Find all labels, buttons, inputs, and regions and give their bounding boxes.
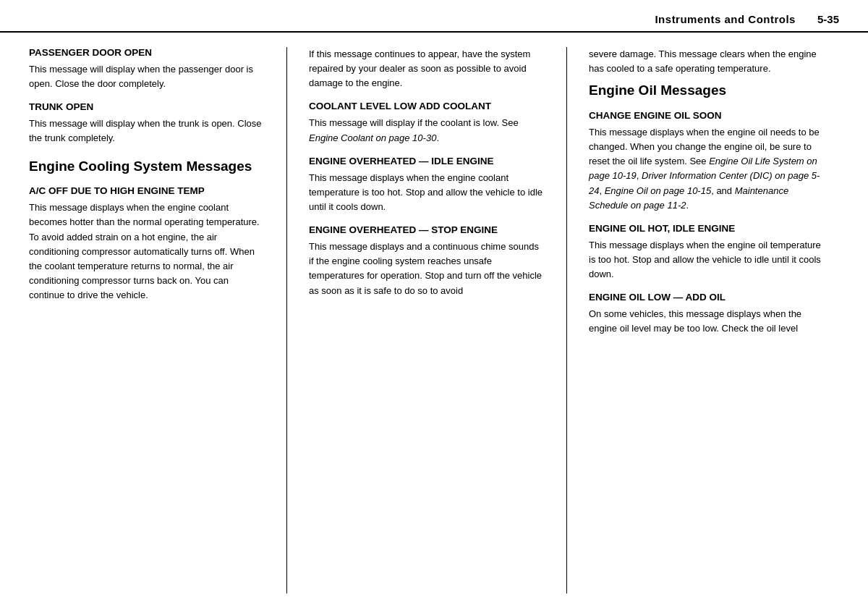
engine-overheated-idle-text: This message displays when the engine co…: [309, 171, 545, 214]
passenger-door-open-heading: PASSENGER DOOR OPEN: [29, 47, 265, 58]
engine-oil-messages-title: Engine Oil Messages: [589, 82, 825, 100]
coolant-level-heading: COOLANT LEVEL LOW ADD COOLANT: [309, 101, 545, 111]
change-engine-oil-text: This message displays when the engine oi…: [589, 125, 825, 213]
content-area: PASSENGER DOOR OPEN This message will di…: [0, 33, 868, 608]
divider-1: [286, 47, 287, 594]
page-container: Instruments and Controls 5-35 PASSENGER …: [0, 0, 868, 608]
engine-oil-hot-text: This message displays when the engine oi…: [589, 238, 825, 282]
column-3: severe damage. This message clears when …: [574, 47, 839, 594]
trunk-open-text: This message will display when the trunk…: [29, 117, 265, 145]
header-title: Instruments and Controls: [655, 13, 796, 25]
engine-overheated-stop-heading: ENGINE OVERHEATED — STOP ENGINE: [309, 224, 545, 235]
page-header: Instruments and Controls 5-35: [0, 0, 868, 33]
engine-overheated-idle-heading: ENGINE OVERHEATED — IDLE ENGINE: [309, 156, 545, 166]
passenger-door-open-text: This message will display when the passe…: [29, 62, 265, 91]
engine-oil-low-text: On some vehicles, this message displays …: [589, 307, 825, 336]
ac-off-heading: A/C OFF DUE TO HIGH ENGINE TEMP: [29, 185, 265, 196]
continues-text: If this message continues to appear, hav…: [309, 47, 545, 90]
coolant-level-text: This message will display if the coolant…: [309, 116, 545, 145]
header-page-number: 5-35: [817, 13, 839, 25]
engine-overheated-stop-text: This message displays and a continuous c…: [309, 240, 545, 298]
engine-oil-low-heading: ENGINE OIL LOW — ADD OIL: [589, 292, 825, 303]
engine-oil-hot-heading: ENGINE OIL HOT, IDLE ENGINE: [589, 223, 825, 234]
ac-off-text: This message displays when the engine co…: [29, 200, 265, 303]
change-engine-oil-heading: CHANGE ENGINE OIL SOON: [589, 110, 825, 121]
column-2: If this message continues to appear, hav…: [294, 47, 559, 594]
divider-2: [566, 47, 567, 594]
severe-damage-text: severe damage. This message clears when …: [589, 47, 825, 76]
trunk-open-heading: TRUNK OPEN: [29, 101, 265, 112]
column-1: PASSENGER DOOR OPEN This message will di…: [29, 47, 279, 594]
engine-cooling-title: Engine Cooling System Messages: [29, 158, 265, 176]
